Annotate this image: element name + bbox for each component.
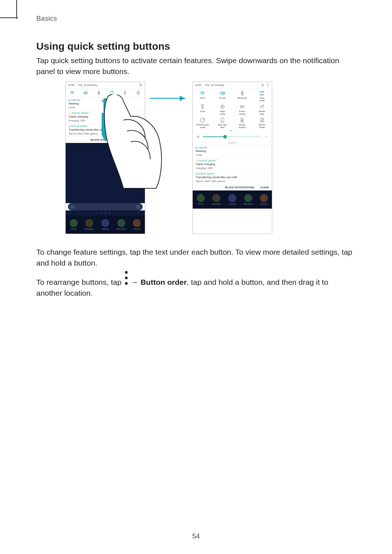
phone-screenshot-right: 10:00 | Thu, 16 February Wi-FiSoundBluet… xyxy=(192,82,272,234)
torch-tile[interactable]: Torch xyxy=(194,102,211,115)
notif-title: Cable charging xyxy=(69,115,142,119)
google-g-icon xyxy=(70,205,74,209)
panel-handle[interactable] xyxy=(193,141,272,145)
rotate-tile[interactable]: Autorotate xyxy=(253,89,271,102)
dock-app-internet[interactable]: Internet xyxy=(100,219,110,230)
notification-charging[interactable]: ⚡ Android System ˅ Cable charging Chargi… xyxy=(193,158,272,171)
body-paragraph: To change feature settings, tap the text… xyxy=(36,247,356,269)
notif-subtitle: 10:00 xyxy=(69,106,142,109)
secure-tile[interactable]: SecureFolder xyxy=(253,115,271,129)
crop-mark xyxy=(16,0,17,19)
crop-mark xyxy=(0,17,18,18)
notif-subtitle: Tap for other USB options. xyxy=(69,132,142,135)
home-page-indicator xyxy=(66,210,145,216)
quick-settings-grid: Wi-FiSoundBluetoothAutorotateTorchFlight… xyxy=(193,89,272,129)
notif-subtitle: Charging: 36% xyxy=(69,119,142,122)
status-bar: 10:00 | Thu, 16 February xyxy=(66,82,145,89)
sound-toggle[interactable] xyxy=(83,90,88,95)
notification-actions-row: BLOCK NOTIFICATIONS CLEAR xyxy=(193,184,272,190)
brightness-slider[interactable] xyxy=(193,132,272,141)
dock-app-messages[interactable]: Messages xyxy=(84,219,94,230)
notif-title: Meeting xyxy=(196,149,269,153)
sound-tile[interactable]: Sound xyxy=(214,89,231,102)
dock-app-messages[interactable]: Messages xyxy=(211,194,221,205)
notification-charging[interactable]: ⚡ Android System ˅ Cable charging Chargi… xyxy=(66,110,145,123)
section-heading: Using quick setting buttons xyxy=(36,41,170,52)
dock-app-phone[interactable]: Phone xyxy=(69,219,79,230)
phone-screenshot-left: 10:00 | Thu, 16 February ■ Calendar ˅ Me… xyxy=(65,82,145,234)
body-paragraph: Tap quick setting buttons to activate ce… xyxy=(36,55,356,77)
notification-calendar[interactable]: ■ Calendar ˅ Meeting 10:00 xyxy=(193,145,272,158)
mic-icon xyxy=(136,205,140,209)
svg-point-8 xyxy=(125,282,127,284)
svg-point-1 xyxy=(262,85,263,86)
mobile-tile[interactable]: Mobiledata xyxy=(253,102,271,115)
clear-button[interactable]: CLEAR xyxy=(260,186,269,189)
overflow-menu-icon xyxy=(124,270,129,286)
dock-app-play-store[interactable]: Play Store xyxy=(116,219,126,230)
rotate-toggle[interactable] xyxy=(109,90,114,95)
status-date: Thu, 16 February xyxy=(205,84,259,86)
wallpaper-area xyxy=(66,143,145,203)
page-number: 54 xyxy=(0,532,392,540)
power-tile[interactable]: Powersaving xyxy=(233,102,251,115)
gear-icon[interactable] xyxy=(261,83,265,87)
google-search-bar[interactable] xyxy=(68,203,143,210)
quick-settings-row xyxy=(66,89,145,97)
dock-app-phone[interactable]: Phone xyxy=(196,194,206,205)
svg-point-6 xyxy=(125,271,127,274)
dock: PhoneMessagesInternetPlay StoreCamera xyxy=(193,190,272,209)
status-date: Thu, 16 February xyxy=(78,84,137,86)
notif-title: Meeting xyxy=(69,102,142,106)
notif-title: Cable charging xyxy=(196,163,269,166)
dock: PhoneMessagesInternetPlay StoreCamera xyxy=(66,216,145,234)
flight-tile[interactable]: Flightmode xyxy=(214,102,231,115)
dock-app-camera[interactable]: Camera xyxy=(132,219,142,230)
dock-app-camera[interactable]: Camera xyxy=(259,194,269,205)
status-time: 10:00 xyxy=(195,84,201,86)
wifi-tile[interactable]: Wi-Fi xyxy=(194,89,211,102)
gear-icon[interactable] xyxy=(139,83,143,87)
status-time: 10:00 xyxy=(68,84,74,86)
block-notifications-button[interactable]: BLOCK NOTIFICATIONS xyxy=(225,186,254,189)
svg-point-0 xyxy=(140,85,141,86)
body-paragraph: To rearrange buttons, tap → Button order… xyxy=(36,270,356,299)
notif-title: Transferring media files via USB xyxy=(69,128,142,132)
status-bar: 10:00 | Thu, 16 February xyxy=(193,82,272,89)
notif-title: Transferring media files via USB xyxy=(196,176,269,179)
wifi-toggle[interactable] xyxy=(70,90,75,95)
svg-point-2 xyxy=(197,136,199,137)
bluetooth-toggle[interactable] xyxy=(96,90,101,95)
notification-usb[interactable]: ψ Android System Transferring media file… xyxy=(193,171,272,184)
chevron-down-icon[interactable] xyxy=(264,135,268,139)
dock-app-play-store[interactable]: Play Store xyxy=(243,194,253,205)
running-head: Basics xyxy=(36,15,57,22)
blue-tile[interactable]: Blue lightfilter xyxy=(214,115,231,129)
torch-toggle[interactable] xyxy=(122,90,127,95)
notif-app-label: Calendar xyxy=(71,99,80,101)
text-run: To rearrange buttons, tap xyxy=(36,278,124,286)
notif-subtitle: Charging: 36% xyxy=(196,167,269,170)
perf-tile[interactable]: Performancemode xyxy=(194,115,211,129)
notif-app-label: Android System xyxy=(198,172,215,175)
flight-toggle[interactable] xyxy=(136,90,141,95)
notif-app-label: Calendar xyxy=(198,146,207,149)
bluetooth-tile[interactable]: Bluetooth xyxy=(233,89,251,102)
overflow-menu-button[interactable] xyxy=(266,83,270,87)
text-bold: Button order xyxy=(140,278,187,286)
arrow-icon xyxy=(149,95,189,102)
notif-subtitle: Tap for other USB options. xyxy=(196,180,269,183)
hotspot-tile[interactable]: Mobilehotspot xyxy=(233,115,251,129)
block-notifications-button[interactable]: BLOCK NOTIFICATIONS xyxy=(66,136,145,143)
notif-app-label: Android System xyxy=(71,125,87,127)
notif-app-label: Android System xyxy=(199,159,216,162)
svg-point-7 xyxy=(125,276,127,279)
figure: 10:00 | Thu, 16 February ■ Calendar ˅ Me… xyxy=(65,82,327,238)
notification-usb[interactable]: ψ Android System Transferring media file… xyxy=(66,123,145,136)
brightness-icon xyxy=(196,135,200,139)
quick-settings-page-indicator xyxy=(193,129,272,132)
notification-calendar[interactable]: ■ Calendar ˅ Meeting 10:00 xyxy=(66,97,145,110)
notif-app-label: Android System xyxy=(72,112,89,114)
notif-subtitle: 10:00 xyxy=(196,153,269,157)
dock-app-internet[interactable]: Internet xyxy=(227,194,237,205)
